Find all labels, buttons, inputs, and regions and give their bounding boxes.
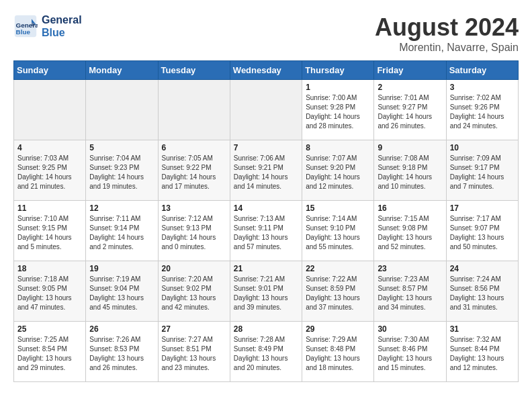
day-number: 16	[378, 203, 442, 213]
day-info: Sunrise: 7:07 AM Sunset: 9:20 PM Dayligh…	[306, 154, 370, 191]
day-info: Sunrise: 7:13 AM Sunset: 9:11 PM Dayligh…	[234, 214, 298, 252]
day-info: Sunrise: 7:03 AM Sunset: 9:25 PM Dayligh…	[17, 154, 82, 191]
day-number: 13	[162, 203, 226, 213]
day-number: 29	[306, 324, 370, 334]
calendar-cell: 24Sunrise: 7:24 AM Sunset: 8:56 PM Dayli…	[446, 261, 518, 322]
day-info: Sunrise: 7:02 AM Sunset: 9:26 PM Dayligh…	[450, 93, 515, 131]
weekday-header: Sunday	[14, 61, 86, 80]
calendar-cell: 30Sunrise: 7:30 AM Sunset: 8:46 PM Dayli…	[374, 322, 446, 382]
day-info: Sunrise: 7:18 AM Sunset: 9:05 PM Dayligh…	[17, 275, 82, 312]
day-info: Sunrise: 7:27 AM Sunset: 8:51 PM Dayligh…	[162, 335, 226, 373]
day-number: 14	[234, 203, 298, 213]
day-number: 10	[450, 143, 515, 152]
day-number: 11	[17, 203, 82, 213]
calendar-cell: 20Sunrise: 7:20 AM Sunset: 9:02 PM Dayli…	[158, 261, 230, 322]
calendar-cell: 15Sunrise: 7:14 AM Sunset: 9:10 PM Dayli…	[302, 201, 374, 261]
calendar-week-row: 1Sunrise: 7:00 AM Sunset: 9:28 PM Daylig…	[14, 80, 519, 140]
calendar-cell: 29Sunrise: 7:29 AM Sunset: 8:48 PM Dayli…	[302, 322, 374, 382]
day-number: 12	[89, 203, 154, 213]
calendar-cell: 8Sunrise: 7:07 AM Sunset: 9:20 PM Daylig…	[302, 140, 374, 201]
calendar-cell: 6Sunrise: 7:05 AM Sunset: 9:22 PM Daylig…	[158, 140, 230, 201]
day-number: 17	[450, 203, 515, 213]
calendar-body: 1Sunrise: 7:00 AM Sunset: 9:28 PM Daylig…	[14, 80, 519, 382]
weekday-header: Tuesday	[158, 61, 230, 80]
calendar-cell: 25Sunrise: 7:25 AM Sunset: 8:54 PM Dayli…	[14, 322, 86, 382]
weekday-header: Thursday	[302, 61, 374, 80]
logo-icon: General Blue	[13, 14, 38, 38]
day-info: Sunrise: 7:23 AM Sunset: 8:57 PM Dayligh…	[378, 275, 442, 312]
calendar-cell: 2Sunrise: 7:01 AM Sunset: 9:27 PM Daylig…	[374, 80, 446, 140]
day-info: Sunrise: 7:15 AM Sunset: 9:08 PM Dayligh…	[378, 214, 442, 252]
calendar-cell: 14Sunrise: 7:13 AM Sunset: 9:11 PM Dayli…	[230, 201, 302, 261]
day-info: Sunrise: 7:08 AM Sunset: 9:18 PM Dayligh…	[378, 154, 442, 191]
day-info: Sunrise: 7:25 AM Sunset: 8:54 PM Dayligh…	[17, 335, 82, 373]
month-title: August 2024	[375, 13, 519, 42]
day-info: Sunrise: 7:00 AM Sunset: 9:28 PM Dayligh…	[306, 93, 370, 131]
day-number: 21	[234, 264, 298, 273]
day-info: Sunrise: 7:09 AM Sunset: 9:17 PM Dayligh…	[450, 154, 515, 191]
page-header: General Blue General Blue August 2024 Mo…	[13, 13, 519, 54]
logo-text-line1: General	[42, 13, 82, 26]
day-number: 9	[378, 143, 442, 152]
day-info: Sunrise: 7:20 AM Sunset: 9:02 PM Dayligh…	[162, 275, 226, 312]
day-info: Sunrise: 7:10 AM Sunset: 9:15 PM Dayligh…	[17, 214, 82, 252]
day-info: Sunrise: 7:12 AM Sunset: 9:13 PM Dayligh…	[162, 214, 226, 252]
day-info: Sunrise: 7:14 AM Sunset: 9:10 PM Dayligh…	[306, 214, 370, 252]
day-info: Sunrise: 7:01 AM Sunset: 9:27 PM Dayligh…	[378, 93, 442, 131]
logo-text-line2: Blue	[42, 26, 82, 39]
calendar-week-row: 25Sunrise: 7:25 AM Sunset: 8:54 PM Dayli…	[14, 322, 519, 382]
calendar-cell: 12Sunrise: 7:11 AM Sunset: 9:14 PM Dayli…	[86, 201, 158, 261]
calendar-cell: 5Sunrise: 7:04 AM Sunset: 9:23 PM Daylig…	[86, 140, 158, 201]
calendar-cell: 16Sunrise: 7:15 AM Sunset: 9:08 PM Dayli…	[374, 201, 446, 261]
day-number: 8	[306, 143, 370, 152]
svg-text:Blue: Blue	[16, 28, 31, 36]
weekday-header-row: SundayMondayTuesdayWednesdayThursdayFrid…	[14, 61, 519, 80]
calendar-cell: 7Sunrise: 7:06 AM Sunset: 9:21 PM Daylig…	[230, 140, 302, 201]
day-number: 15	[306, 203, 370, 213]
day-number: 4	[17, 143, 82, 152]
day-info: Sunrise: 7:21 AM Sunset: 9:01 PM Dayligh…	[234, 275, 298, 312]
day-number: 26	[89, 324, 154, 334]
calendar-week-row: 18Sunrise: 7:18 AM Sunset: 9:05 PM Dayli…	[14, 261, 519, 322]
day-info: Sunrise: 7:22 AM Sunset: 8:59 PM Dayligh…	[306, 275, 370, 312]
day-number: 1	[306, 83, 370, 92]
calendar-cell: 27Sunrise: 7:27 AM Sunset: 8:51 PM Dayli…	[158, 322, 230, 382]
day-info: Sunrise: 7:28 AM Sunset: 8:49 PM Dayligh…	[234, 335, 298, 373]
day-info: Sunrise: 7:17 AM Sunset: 9:07 PM Dayligh…	[450, 214, 515, 252]
calendar-cell	[158, 80, 230, 140]
day-info: Sunrise: 7:04 AM Sunset: 9:23 PM Dayligh…	[89, 154, 154, 191]
calendar-cell	[230, 80, 302, 140]
day-info: Sunrise: 7:26 AM Sunset: 8:53 PM Dayligh…	[89, 335, 154, 373]
calendar-cell: 1Sunrise: 7:00 AM Sunset: 9:28 PM Daylig…	[302, 80, 374, 140]
day-info: Sunrise: 7:24 AM Sunset: 8:56 PM Dayligh…	[450, 275, 515, 312]
day-number: 25	[17, 324, 82, 334]
calendar-cell: 18Sunrise: 7:18 AM Sunset: 9:05 PM Dayli…	[14, 261, 86, 322]
day-info: Sunrise: 7:19 AM Sunset: 9:04 PM Dayligh…	[89, 275, 154, 312]
calendar-cell	[14, 80, 86, 140]
day-number: 7	[234, 143, 298, 152]
calendar-cell: 28Sunrise: 7:28 AM Sunset: 8:49 PM Dayli…	[230, 322, 302, 382]
day-info: Sunrise: 7:06 AM Sunset: 9:21 PM Dayligh…	[234, 154, 298, 191]
weekday-header: Wednesday	[230, 61, 302, 80]
day-number: 30	[378, 324, 442, 334]
day-info: Sunrise: 7:11 AM Sunset: 9:14 PM Dayligh…	[89, 214, 154, 252]
calendar-cell: 26Sunrise: 7:26 AM Sunset: 8:53 PM Dayli…	[86, 322, 158, 382]
calendar-cell: 31Sunrise: 7:32 AM Sunset: 8:44 PM Dayli…	[446, 322, 518, 382]
weekday-header: Monday	[86, 61, 158, 80]
calendar-cell: 10Sunrise: 7:09 AM Sunset: 9:17 PM Dayli…	[446, 140, 518, 201]
calendar-cell: 21Sunrise: 7:21 AM Sunset: 9:01 PM Dayli…	[230, 261, 302, 322]
day-info: Sunrise: 7:05 AM Sunset: 9:22 PM Dayligh…	[162, 154, 226, 191]
day-info: Sunrise: 7:32 AM Sunset: 8:44 PM Dayligh…	[450, 335, 515, 373]
day-number: 6	[162, 143, 226, 152]
day-number: 28	[234, 324, 298, 334]
logo: General Blue General Blue	[13, 13, 82, 39]
day-number: 23	[378, 264, 442, 273]
location: Morentin, Navarre, Spain	[375, 42, 519, 54]
calendar-cell: 9Sunrise: 7:08 AM Sunset: 9:18 PM Daylig…	[374, 140, 446, 201]
calendar-cell: 11Sunrise: 7:10 AM Sunset: 9:15 PM Dayli…	[14, 201, 86, 261]
day-number: 20	[162, 264, 226, 273]
day-info: Sunrise: 7:30 AM Sunset: 8:46 PM Dayligh…	[378, 335, 442, 373]
calendar-cell: 4Sunrise: 7:03 AM Sunset: 9:25 PM Daylig…	[14, 140, 86, 201]
calendar-cell: 3Sunrise: 7:02 AM Sunset: 9:26 PM Daylig…	[446, 80, 518, 140]
calendar-cell	[86, 80, 158, 140]
